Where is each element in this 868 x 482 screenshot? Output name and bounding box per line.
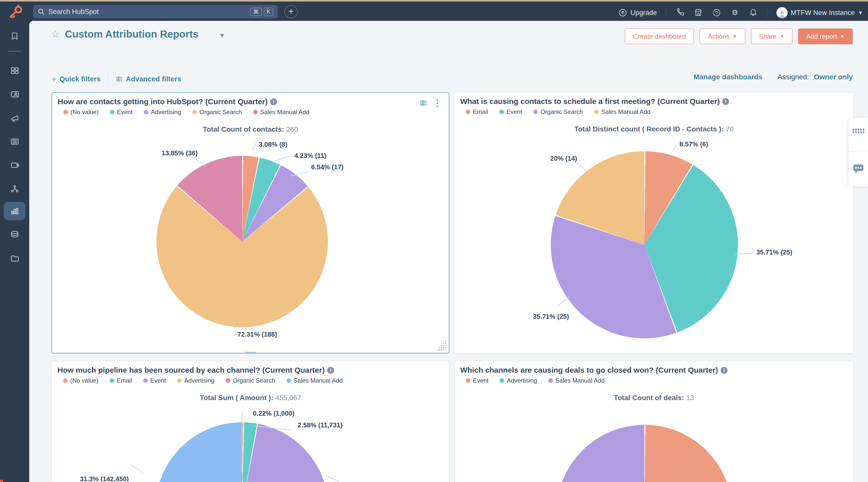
info-icon[interactable]: i	[721, 367, 727, 374]
legend-item[interactable]: Organic Search	[533, 108, 583, 116]
assigned-value-link[interactable]: Owner only	[814, 73, 853, 81]
legend-item[interactable]: Advertising	[177, 377, 214, 384]
contacts-card-icon	[10, 89, 20, 99]
report-card-pipeline-by-channel[interactable]: How much pipeline has been sourced by ea…	[52, 361, 449, 482]
legend-item[interactable]: Advertising	[144, 108, 181, 116]
sidebar-item-reporting[interactable]	[0, 202, 29, 220]
info-icon[interactable]: i	[722, 98, 729, 105]
report-card-deals-closed-won[interactable]: Which channels are causing deals to go c…	[454, 361, 854, 482]
dashboard-title-chevron-icon[interactable]: ▼	[219, 32, 225, 39]
sidebar-item-crm[interactable]	[0, 85, 29, 103]
report-menu-kebab-icon[interactable]	[437, 99, 438, 107]
pie-callout: 6.54% (17)	[311, 163, 343, 171]
upgrade-button[interactable]: Upgrade	[618, 8, 657, 18]
report-card-contacts-source[interactable]: How are contacts getting into HubSpot? (…	[52, 92, 449, 353]
leader-line	[735, 253, 753, 255]
pie-callout: 20% (14)	[550, 155, 577, 162]
sidebar-item-marketing[interactable]	[0, 109, 29, 127]
chart-legend: Email Event Organic Search Sales Manual …	[466, 108, 650, 116]
sidebar-item-content[interactable]	[0, 132, 29, 151]
share-label: Share	[759, 33, 777, 40]
legend-item[interactable]: Email	[110, 377, 132, 384]
legend-item[interactable]: Organic Search	[226, 377, 275, 384]
add-report-button[interactable]: Add report▼	[798, 29, 853, 44]
svg-text:?: ?	[715, 10, 718, 15]
pie-chart[interactable]	[155, 422, 329, 482]
sidebar-item-data[interactable]	[0, 225, 29, 244]
panel-divider	[849, 152, 868, 152]
account-menu[interactable]: MTFW New Instance ▼	[776, 7, 863, 18]
legend-item[interactable]: Event	[499, 108, 522, 116]
collapsed-side-panel	[849, 118, 868, 186]
legend-item[interactable]: Sales Manual Add	[253, 108, 309, 116]
report-filters-icon[interactable]	[419, 99, 427, 107]
add-report-label: Add report	[806, 33, 837, 40]
advanced-filters-button[interactable]: Advanced filters	[115, 75, 181, 83]
chat-icon[interactable]	[853, 164, 864, 174]
legend-item[interactable]: Organic Search	[192, 108, 242, 116]
chart-legend: (No value) Email Event Advertising Organ…	[63, 377, 343, 384]
share-button[interactable]: Share▼	[751, 29, 793, 44]
pie-chart[interactable]	[156, 156, 328, 327]
chevron-down-icon: ▼	[733, 34, 737, 39]
settings-icon[interactable]: ⚙	[731, 8, 740, 17]
manage-dashboards-link[interactable]: Manage dashboards	[693, 73, 763, 81]
create-new-button[interactable]: +	[284, 5, 298, 18]
legend-item[interactable]: (No value)	[63, 108, 99, 116]
pie-callout: 3.08% (8)	[259, 140, 287, 149]
chart-legend: (No value) Event Advertising Organic Sea…	[63, 108, 309, 116]
legend-item[interactable]: Sales Manual Add	[548, 377, 604, 384]
upgrade-label: Upgrade	[631, 9, 657, 17]
folder-icon	[10, 253, 20, 263]
grip-dots-icon[interactable]	[852, 128, 864, 133]
chart-total: Total Count of deals:13	[455, 394, 853, 402]
legend-item[interactable]: (No value)	[63, 377, 98, 384]
info-icon[interactable]: i	[327, 367, 334, 374]
report-card-first-meeting[interactable]: What is causing contacts to schedule a f…	[454, 92, 854, 353]
left-sidebar	[0, 21, 29, 482]
pie-chart[interactable]	[557, 425, 732, 482]
actions-button[interactable]: Actions▼	[700, 29, 745, 44]
legend-item[interactable]: Event	[110, 108, 132, 116]
legend-item[interactable]: Sales Manual Add	[286, 377, 343, 384]
svg-text:⚙: ⚙	[732, 8, 738, 17]
legend-item[interactable]: Event	[143, 377, 166, 384]
leader-line	[252, 140, 258, 151]
help-icon[interactable]: ?	[712, 8, 721, 17]
upgrade-icon	[618, 8, 628, 18]
resize-handle[interactable]	[437, 341, 447, 351]
report-title: How much pipeline has been sourced by ea…	[58, 366, 334, 375]
chart-total: Total Distinct count ( Record ID - Conta…	[455, 125, 853, 133]
megaphone-icon	[10, 113, 20, 123]
pie-chart[interactable]	[551, 151, 738, 339]
legend-item[interactable]: Email	[466, 108, 488, 116]
card-drag-handle[interactable]	[245, 352, 256, 354]
sidebar-item-automations[interactable]	[0, 180, 29, 198]
pie-callout: 4.23% (11)	[294, 152, 327, 160]
sidebar-item-workspaces[interactable]	[0, 62, 29, 80]
favorite-star-icon[interactable]: ☆	[51, 29, 60, 40]
notifications-icon[interactable]	[749, 8, 758, 17]
sidebar-item-commerce[interactable]	[0, 156, 29, 174]
shortcut-cmd-keycap: ⌘	[250, 8, 262, 16]
legend-item[interactable]: Advertising	[500, 377, 537, 384]
leader-line	[194, 157, 206, 166]
report-title: What is causing contacts to schedule a f…	[460, 97, 729, 106]
calling-icon[interactable]	[675, 8, 685, 17]
legend-item[interactable]: Event	[466, 377, 489, 384]
marketplace-icon[interactable]	[694, 8, 703, 17]
legend-item[interactable]: Sales Manual Add	[594, 108, 650, 116]
info-icon[interactable]: i	[270, 98, 277, 105]
pie-callout: 0.22% (1,000)	[253, 410, 294, 417]
sidebar-item-library[interactable]	[0, 249, 29, 267]
shortcut-k-keycap: K	[264, 8, 273, 16]
report-title: Which channels are causing deals to go c…	[460, 366, 727, 375]
global-search-bar[interactable]: ⌘ K	[33, 5, 278, 19]
quick-filters-button[interactable]: + Quick filters	[52, 74, 101, 84]
bookmark-icon	[10, 31, 20, 41]
workflow-icon	[10, 184, 20, 194]
create-dashboard-button[interactable]: Create dashboard	[625, 29, 694, 44]
sidebar-item-bookmarks[interactable]	[0, 27, 29, 45]
search-input[interactable]	[48, 8, 248, 16]
hubspot-logo-icon[interactable]	[8, 5, 24, 19]
